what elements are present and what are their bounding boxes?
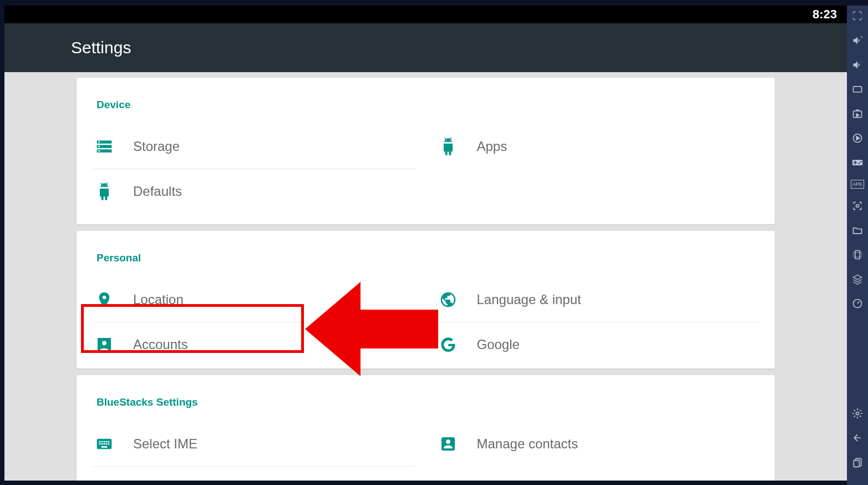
setting-label: Defaults <box>133 184 182 199</box>
setting-item-accounts[interactable]: Accounts <box>93 322 415 366</box>
record-icon[interactable] <box>850 131 865 145</box>
setting-item-defaults[interactable]: Defaults <box>93 169 415 213</box>
settings-card-device: Device Storage Apps <box>77 78 775 224</box>
screenshot-camera-icon[interactable] <box>850 199 865 213</box>
layers-icon[interactable] <box>850 272 865 286</box>
clipboard-icon[interactable] <box>850 455 865 469</box>
svg-marker-5 <box>856 137 859 140</box>
setting-item-location[interactable]: Location <box>93 277 415 322</box>
settings-card-bluestacks: BlueStacks Settings Select IME Manage co… <box>77 375 775 481</box>
keymap-icon[interactable] <box>850 82 865 97</box>
svg-rect-2 <box>854 87 862 92</box>
volume-down-icon[interactable]: - <box>850 58 865 72</box>
setting-item-select-ime[interactable]: Select IME <box>93 422 415 466</box>
settings-card-personal: Personal Location Language & input <box>77 231 775 368</box>
apk-icon[interactable]: APK <box>851 180 864 189</box>
storage-icon <box>93 135 115 158</box>
location-icon <box>93 289 115 311</box>
setting-item-storage[interactable]: Storage <box>93 124 415 169</box>
setting-item-language[interactable]: Language & input <box>437 277 759 322</box>
svg-point-6 <box>856 205 859 208</box>
svg-text:-: - <box>860 59 862 64</box>
section-title-personal: Personal <box>93 242 758 277</box>
android-status-bar: 8:23 <box>4 6 847 23</box>
svg-point-10 <box>856 412 859 415</box>
page-title: Settings <box>71 38 131 57</box>
setting-label: Google <box>477 337 520 352</box>
svg-rect-7 <box>855 251 860 259</box>
apps-icon <box>437 135 459 158</box>
setting-item-import-files[interactable]: Import windows files <box>93 466 415 481</box>
settings-header: Settings <box>4 23 847 72</box>
language-icon <box>437 289 459 311</box>
svg-text:+: + <box>860 35 863 40</box>
window-title-bar <box>0 0 868 6</box>
svg-rect-12 <box>854 461 859 467</box>
section-title-device: Device <box>93 89 758 124</box>
contacts-icon <box>437 433 459 455</box>
back-icon[interactable] <box>850 431 865 445</box>
gamepad-icon[interactable] <box>850 155 865 170</box>
keyboard-icon <box>93 433 115 455</box>
setting-label: Location <box>133 292 184 307</box>
svg-rect-8 <box>854 252 862 257</box>
dashboard-icon[interactable] <box>850 296 865 311</box>
settings-content[interactable]: Device Storage Apps <box>4 72 847 481</box>
app-window: 8:23 Settings Device Storage <box>0 0 868 485</box>
setting-item-google[interactable]: Google <box>437 322 759 366</box>
rotate-icon[interactable] <box>850 247 865 262</box>
emulator-viewport: 8:23 Settings Device Storage <box>4 6 847 481</box>
defaults-icon <box>93 180 115 203</box>
setting-label: Apps <box>477 139 507 154</box>
setting-item-manage-contacts[interactable]: Manage contacts <box>437 422 759 466</box>
volume-up-icon[interactable]: + <box>850 33 865 48</box>
bluestacks-side-toolbar: ⛶ + - APK <box>847 6 868 485</box>
settings-gear-icon[interactable] <box>850 406 865 421</box>
setting-label: Accounts <box>133 337 188 352</box>
setting-label: Language & input <box>477 292 581 307</box>
mediaplayer-icon[interactable] <box>850 107 865 121</box>
folder-icon <box>93 478 115 481</box>
google-icon <box>437 334 459 356</box>
setting-item-apps[interactable]: Apps <box>437 124 759 169</box>
setting-label: Manage contacts <box>477 436 578 452</box>
folder-icon[interactable] <box>850 223 865 238</box>
section-title-bluestacks: BlueStacks Settings <box>93 386 758 422</box>
fullscreen-icon[interactable]: ⛶ <box>850 9 865 23</box>
accounts-icon <box>93 334 115 356</box>
setting-label: Select IME <box>133 436 197 452</box>
status-time: 8:23 <box>813 7 837 22</box>
setting-label: Storage <box>133 139 180 154</box>
